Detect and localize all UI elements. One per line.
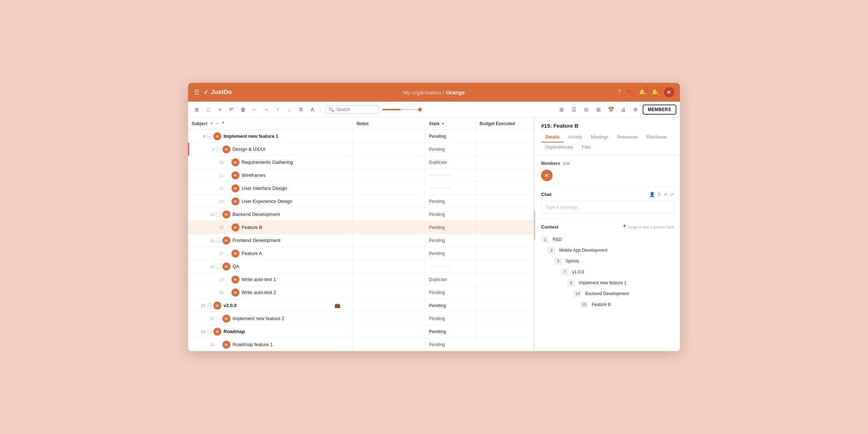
nav-down-btn[interactable]: ↓ xyxy=(284,105,294,115)
chat-input[interactable]: Type a message... xyxy=(541,201,674,214)
chat-section: Chat 👤 0 ↗ ⤢ Type a message... xyxy=(535,187,680,219)
task-state-cell: Duplicate xyxy=(425,156,476,169)
row-num: 10 xyxy=(213,160,224,165)
task-row[interactable]: 13 IK User Experience Design ⋮⋮ Pending xyxy=(188,195,533,208)
state-divider xyxy=(429,266,451,267)
print-btn[interactable]: 🖨 xyxy=(618,105,628,115)
task-row[interactable]: 9 − IK Design & UX/UI ⋮⋮ Pending xyxy=(188,143,533,156)
detail-header: #15: Feature B DetailsActivityMeetingsRe… xyxy=(535,118,680,156)
task-notes-cell xyxy=(353,221,425,234)
task-row[interactable]: 24 IK Roadmap feature 1 ⋮⋮ Pending xyxy=(188,338,533,351)
nav-left-btn[interactable]: ← xyxy=(250,105,260,115)
context-item: 3 Sprints xyxy=(541,256,674,267)
notification1-icon[interactable]: 🔔1 xyxy=(639,89,646,96)
task-row[interactable]: 15 IK Feature B ⋮⋮ Pending xyxy=(188,221,533,234)
task-state: Pending xyxy=(429,134,446,139)
task-row[interactable]: 22 IK Implement new feature 2 ⋮⋮ Pending xyxy=(188,312,533,325)
task-subject-cell: 10 IK Requirements Gathering ⋮⋮ xyxy=(188,156,353,169)
chat-header: Chat 👤 0 ↗ ⤢ xyxy=(541,192,674,197)
calendar-btn[interactable]: 📅 xyxy=(606,105,616,115)
task-row[interactable]: 12 IK User Interface Design ⋮⋮ xyxy=(188,182,533,195)
task-row[interactable]: 18 − IK QA ⋮⋮ xyxy=(188,260,533,273)
search-box[interactable]: 🔍 xyxy=(325,105,379,114)
delete-btn[interactable]: 🗑 xyxy=(238,105,248,115)
context-num: 1 xyxy=(541,236,549,243)
logo-text: JustDo xyxy=(211,89,232,96)
task-subject-cell: 15 IK Feature B ⋮⋮ xyxy=(188,221,353,234)
state-filter-icon[interactable]: ▼ xyxy=(441,122,445,126)
task-name: Write auto-test 1 xyxy=(242,277,340,282)
grid-layout-btn[interactable]: ⊞ xyxy=(557,105,567,115)
context-item: 8 Implement new feature 1 xyxy=(541,277,674,288)
task-subject-cell: 21 − IK v2.0.0 💼 ⋮⋮ xyxy=(188,299,353,312)
chat-actions: 👤 0 ↗ ⤢ xyxy=(649,192,674,197)
task-row[interactable]: 16 − IK Frontend Development ⋮⋮ Pending xyxy=(188,234,533,247)
notification1-badge: 1 xyxy=(643,87,648,92)
collapse-btn[interactable]: − xyxy=(207,303,212,308)
budget-column-header: Budget Executed xyxy=(476,121,533,126)
detail-tab-details[interactable]: Details xyxy=(541,132,564,142)
help-icon[interactable]: ? xyxy=(618,89,621,96)
detail-tab-dependencies[interactable]: Dependencies xyxy=(541,142,578,153)
context-label: Mobile App Development xyxy=(559,248,607,253)
members-edit-link[interactable]: Edit xyxy=(563,161,570,166)
user-avatar[interactable]: IK xyxy=(664,87,674,97)
notification2-icon[interactable]: 🔔1 xyxy=(651,89,659,96)
external-link-icon[interactable]: ↗ xyxy=(663,192,667,197)
collapse-btn[interactable]: − xyxy=(216,212,221,217)
split-layout-btn[interactable]: ⊟ xyxy=(581,105,591,115)
detail-tab-meetings[interactable]: Meetings xyxy=(586,132,613,142)
task-budget-cell xyxy=(476,312,533,325)
task-row[interactable]: 19 IK Write auto-test 1 ⋮⋮ Duplicate xyxy=(188,273,533,286)
font-btn[interactable]: A xyxy=(307,105,318,115)
settings-btn[interactable]: ⚙ xyxy=(630,105,641,115)
table-layout-btn[interactable]: ⊞ xyxy=(593,105,604,115)
undo-btn[interactable]: ↶ xyxy=(226,105,237,115)
task-notes-cell xyxy=(353,182,425,195)
task-state-cell: Pending xyxy=(425,195,476,208)
nav-right-btn[interactable]: → xyxy=(261,105,271,115)
nav-up-btn[interactable]: ↑ xyxy=(273,105,283,115)
scroll-indicator[interactable] xyxy=(534,118,535,351)
hamburger-icon[interactable]: ☰ xyxy=(194,88,200,96)
task-subject-cell: 14 − IK Backend Development ⋮⋮ xyxy=(188,208,353,221)
add-col-icon[interactable]: ＋ xyxy=(209,120,214,127)
task-budget-cell xyxy=(476,143,533,156)
new-doc-btn[interactable]: □ xyxy=(203,105,213,115)
collapse-btn[interactable]: − xyxy=(207,329,212,334)
copy-btn[interactable]: ⧉ xyxy=(296,105,306,115)
task-subject-cell: 22 IK Implement new feature 2 ⋮⋮ xyxy=(188,312,353,325)
detail-tab-activity[interactable]: Activity xyxy=(564,132,586,142)
expand-icon[interactable]: ⤢ xyxy=(670,192,674,197)
collapse-btn[interactable]: − xyxy=(216,147,221,152)
zoom-slider[interactable] xyxy=(382,108,422,111)
search-input[interactable] xyxy=(336,107,376,112)
collapse-btn[interactable]: − xyxy=(216,264,221,269)
detail-tab-risk-issue[interactable]: Risk/Issue xyxy=(642,132,671,142)
task-subject-cell: 18 − IK QA ⋮⋮ xyxy=(188,260,353,273)
row-num: 9 xyxy=(204,147,214,152)
task-row[interactable]: 10 IK Requirements Gathering ⋮⋮ Duplicat… xyxy=(188,156,533,169)
detail-tab-resources[interactable]: Resources xyxy=(613,132,642,142)
add-btn[interactable]: + xyxy=(215,105,225,115)
collapse-btn[interactable]: − xyxy=(207,134,212,139)
detail-tab-files[interactable]: Files xyxy=(578,142,595,153)
task-row[interactable]: 17 IK Feature A ⋮⋮ Pending xyxy=(188,247,533,260)
collapse-btn[interactable]: − xyxy=(216,238,221,243)
task-row[interactable]: 23 − IK Roadmap ⋮⋮ Pending xyxy=(188,325,533,338)
bookmark-icon[interactable]: 🔖 xyxy=(626,89,634,96)
filter-icon[interactable]: ▼ xyxy=(221,120,225,127)
list-layout-btn[interactable]: ☰ xyxy=(569,105,579,115)
grid-view-btn[interactable]: ⊞ xyxy=(192,105,202,115)
task-notes-cell xyxy=(353,325,425,338)
task-row[interactable]: 21 − IK v2.0.0 💼 ⋮⋮ Pending xyxy=(188,299,533,312)
task-row[interactable]: 8 − IK Implement new feature 1 ⋮⋮ Pendin… xyxy=(188,130,533,143)
members-button[interactable]: MEMBERS xyxy=(643,105,676,115)
task-row[interactable]: 14 − IK Backend Development ⋮⋮ Pending xyxy=(188,208,533,221)
context-label: R&D xyxy=(553,237,562,242)
task-row[interactable]: 20 IK Write auto-test 2 ⋮⋮ Pending xyxy=(188,286,533,299)
task-name: Design & UX/UI xyxy=(233,146,340,152)
task-notes-cell xyxy=(353,260,425,273)
remove-col-icon[interactable]: － xyxy=(215,120,220,127)
task-row[interactable]: 11 IK Wireframes ⋮⋮ xyxy=(188,169,533,182)
